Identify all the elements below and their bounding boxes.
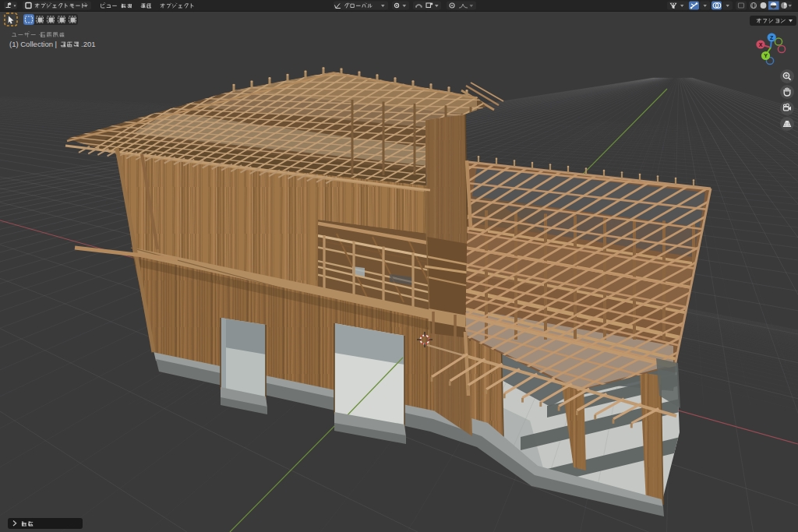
svg-text:(1) Collection |: (1) Collection | bbox=[9, 40, 57, 48]
svg-text:Y: Y bbox=[764, 53, 768, 58]
svg-text:.201: .201 bbox=[81, 40, 96, 48]
svg-text:Z: Z bbox=[770, 35, 774, 41]
svg-text:X: X bbox=[759, 42, 763, 48]
